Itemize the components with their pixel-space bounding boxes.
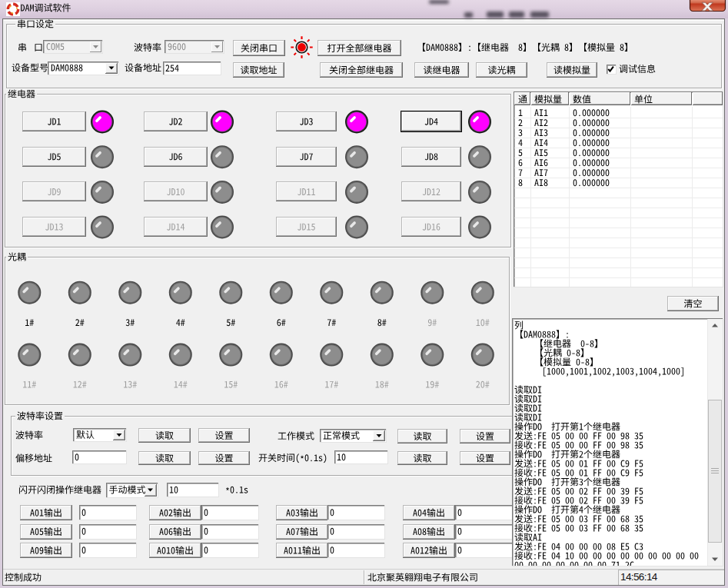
svg-text:14:56:14: 14:56:14 [620,571,658,583]
